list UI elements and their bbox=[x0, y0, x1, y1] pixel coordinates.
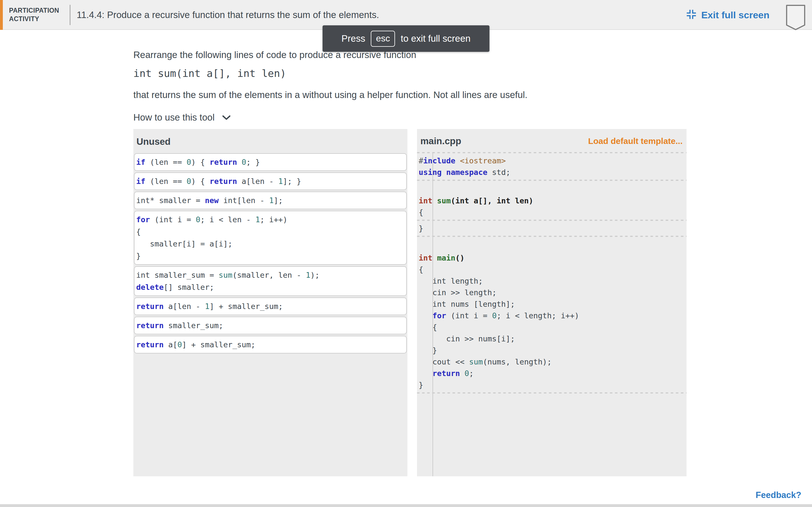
instruction-line2: that returns the sum of the elements in … bbox=[133, 90, 527, 100]
solution-panel: main.cpp Load default template... #inclu… bbox=[417, 129, 687, 476]
drop-gap[interactable] bbox=[417, 181, 687, 193]
code-line: #include <iostream> bbox=[419, 155, 687, 166]
code-block[interactable]: int* smaller = new int[len - 1]; bbox=[134, 191, 407, 209]
code-line: } bbox=[419, 223, 687, 234]
badge-divider bbox=[70, 5, 70, 25]
code-line: int smaller_sum = sum(smaller, len - 1); bbox=[136, 269, 403, 281]
code-line: { bbox=[419, 321, 687, 333]
code-line: if (len == 0) { return 0; } bbox=[136, 156, 403, 168]
exit-fullscreen-label: Exit full screen bbox=[701, 10, 769, 20]
code-line: return a[0] + smaller_sum; bbox=[136, 339, 403, 351]
code-line: if (len == 0) { return a[len - 1]; } bbox=[136, 175, 403, 187]
unused-panel: Unused if (len == 0) { return 0; }if (le… bbox=[133, 129, 407, 476]
activity-badge: PARTICIPATION ACTIVITY bbox=[9, 6, 59, 23]
code-line: for (int i = 0; i < length; i++) bbox=[419, 310, 687, 321]
code-block[interactable]: if (len == 0) { return a[len - 1]; } bbox=[134, 172, 407, 190]
code-block[interactable]: return smaller_sum; bbox=[134, 317, 407, 334]
code-section: int sum(int a[], int len){ bbox=[417, 193, 687, 220]
unused-panel-title: Unused bbox=[137, 136, 170, 147]
chevron-down-icon bbox=[222, 112, 231, 123]
drop-gap[interactable] bbox=[417, 237, 687, 250]
code-section: } bbox=[417, 221, 687, 236]
accent-bar bbox=[0, 0, 3, 30]
code-line: cin >> nums[i]; bbox=[419, 333, 687, 344]
code-line: using namespace std; bbox=[419, 166, 687, 178]
exit-fullscreen-button[interactable]: Exit full screen bbox=[686, 0, 769, 30]
code-line: return 0; bbox=[419, 368, 687, 379]
code-block[interactable]: for (int i = 0; i < len - 1; i++){ small… bbox=[134, 211, 407, 265]
code-line: delete[] smaller; bbox=[136, 281, 403, 293]
code-section: #include <iostream>using namespace std; bbox=[417, 153, 687, 180]
code-line: } bbox=[419, 379, 687, 391]
code-line: for (int i = 0; i < len - 1; i++) bbox=[136, 214, 403, 226]
instruction-code-signature: int sum(int a[], int len) bbox=[133, 68, 286, 79]
feedback-link[interactable]: Feedback? bbox=[756, 490, 801, 500]
solution-rows: #include <iostream>using namespace std;i… bbox=[417, 152, 687, 476]
code-line: { bbox=[136, 226, 403, 238]
code-line: return a[len - 1] + smaller_sum; bbox=[136, 300, 403, 313]
code-line: cout << sum(nums, length); bbox=[419, 356, 687, 368]
code-section: int main(){ int length; cin >> length; i… bbox=[417, 250, 687, 392]
unused-panel-header: Unused bbox=[133, 129, 407, 153]
code-line: int main() bbox=[419, 252, 687, 264]
how-to-use-toggle[interactable]: How to use this tool bbox=[133, 112, 231, 123]
code-block[interactable]: return a[0] + smaller_sum; bbox=[134, 336, 407, 353]
toast-press-text: Press bbox=[342, 33, 365, 44]
code-line: { bbox=[419, 207, 687, 218]
drop-zone[interactable] bbox=[417, 392, 687, 393]
badge-line1: PARTICIPATION bbox=[9, 6, 59, 15]
unused-list: if (len == 0) { return 0; }if (len == 0)… bbox=[133, 153, 407, 353]
code-line: cin >> length; bbox=[419, 287, 687, 298]
code-line: { bbox=[419, 264, 687, 275]
code-line: int length; bbox=[419, 275, 687, 287]
code-line: int nums [length]; bbox=[419, 298, 687, 310]
load-default-template-link[interactable]: Load default template... bbox=[588, 136, 682, 146]
fullscreen-toast: Press esc to exit full screen bbox=[322, 25, 490, 52]
bookmark-icon[interactable] bbox=[786, 4, 806, 32]
code-line: } bbox=[136, 250, 403, 262]
how-to-use-label: How to use this tool bbox=[133, 112, 214, 123]
bottom-strip bbox=[0, 504, 812, 507]
toast-suffix-text: to exit full screen bbox=[401, 33, 470, 44]
code-line: return smaller_sum; bbox=[136, 320, 403, 332]
solution-panel-header: main.cpp Load default template... bbox=[417, 129, 687, 152]
code-line: int sum(int a[], int len) bbox=[419, 195, 687, 207]
code-line: smaller[i] = a[i]; bbox=[136, 238, 403, 250]
code-line: } bbox=[419, 344, 687, 356]
code-block[interactable]: int smaller_sum = sum(smaller, len - 1);… bbox=[134, 266, 407, 296]
code-line: int* smaller = new int[len - 1]; bbox=[136, 194, 403, 207]
code-block[interactable]: if (len == 0) { return 0; } bbox=[134, 153, 407, 171]
code-block[interactable]: return a[len - 1] + smaller_sum; bbox=[134, 297, 407, 315]
exit-fullscreen-icon bbox=[686, 9, 697, 21]
badge-line2: ACTIVITY bbox=[9, 15, 59, 23]
solution-file-title: main.cpp bbox=[420, 136, 461, 147]
esc-key: esc bbox=[371, 31, 395, 47]
